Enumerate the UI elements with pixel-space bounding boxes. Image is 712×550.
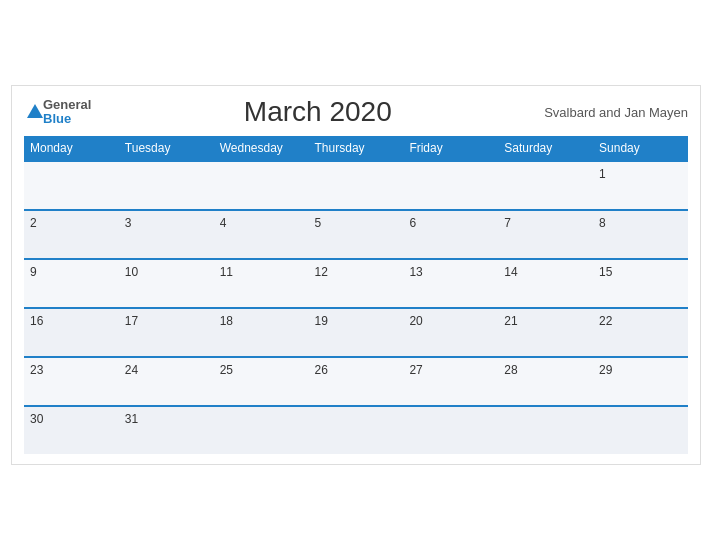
calendar-week-row: 9101112131415	[24, 259, 688, 308]
calendar-day-cell: 11	[214, 259, 309, 308]
calendar-day-cell: 5	[309, 210, 404, 259]
calendar-day-cell: 8	[593, 210, 688, 259]
calendar-header: General Blue March 2020 Svalbard and Jan…	[24, 96, 688, 128]
calendar-day-cell: 15	[593, 259, 688, 308]
logo-text: General Blue	[43, 98, 91, 127]
weekday-header-sunday: Sunday	[593, 136, 688, 161]
calendar-thead: MondayTuesdayWednesdayThursdayFridaySatu…	[24, 136, 688, 161]
calendar-day-cell	[593, 406, 688, 454]
calendar-day-cell: 16	[24, 308, 119, 357]
calendar-week-row: 1	[24, 161, 688, 210]
weekday-header-monday: Monday	[24, 136, 119, 161]
calendar-tbody: 1234567891011121314151617181920212223242…	[24, 161, 688, 454]
weekday-header-saturday: Saturday	[498, 136, 593, 161]
calendar-day-cell: 6	[403, 210, 498, 259]
calendar-week-row: 2345678	[24, 210, 688, 259]
calendar-day-cell: 14	[498, 259, 593, 308]
calendar-day-cell: 13	[403, 259, 498, 308]
calendar-grid: MondayTuesdayWednesdayThursdayFridaySatu…	[24, 136, 688, 454]
calendar-day-cell: 26	[309, 357, 404, 406]
calendar-day-cell: 1	[593, 161, 688, 210]
calendar-day-cell	[403, 161, 498, 210]
calendar-week-row: 3031	[24, 406, 688, 454]
calendar-day-cell: 19	[309, 308, 404, 357]
calendar-day-cell	[309, 406, 404, 454]
calendar-wrapper: General Blue March 2020 Svalbard and Jan…	[11, 85, 701, 465]
weekday-header-thursday: Thursday	[309, 136, 404, 161]
calendar-day-cell: 29	[593, 357, 688, 406]
logo-general: General	[43, 98, 91, 112]
calendar-day-cell	[403, 406, 498, 454]
calendar-day-cell: 30	[24, 406, 119, 454]
calendar-day-cell	[214, 406, 309, 454]
calendar-day-cell: 20	[403, 308, 498, 357]
calendar-day-cell: 18	[214, 308, 309, 357]
calendar-day-cell	[498, 406, 593, 454]
calendar-day-cell: 9	[24, 259, 119, 308]
logo-triangle-icon	[27, 104, 43, 118]
calendar-week-row: 23242526272829	[24, 357, 688, 406]
calendar-day-cell	[24, 161, 119, 210]
weekday-header-wednesday: Wednesday	[214, 136, 309, 161]
calendar-day-cell: 10	[119, 259, 214, 308]
calendar-day-cell: 24	[119, 357, 214, 406]
calendar-day-cell: 22	[593, 308, 688, 357]
calendar-day-cell: 23	[24, 357, 119, 406]
calendar-week-row: 16171819202122	[24, 308, 688, 357]
weekday-header-row: MondayTuesdayWednesdayThursdayFridaySatu…	[24, 136, 688, 161]
calendar-day-cell: 3	[119, 210, 214, 259]
calendar-day-cell: 4	[214, 210, 309, 259]
calendar-day-cell: 27	[403, 357, 498, 406]
calendar-day-cell: 25	[214, 357, 309, 406]
calendar-day-cell	[498, 161, 593, 210]
weekday-header-friday: Friday	[403, 136, 498, 161]
calendar-day-cell	[119, 161, 214, 210]
calendar-region: Svalbard and Jan Mayen	[544, 105, 688, 120]
calendar-day-cell: 21	[498, 308, 593, 357]
calendar-day-cell: 7	[498, 210, 593, 259]
calendar-title: March 2020	[91, 96, 544, 128]
calendar-day-cell: 31	[119, 406, 214, 454]
calendar-day-cell: 12	[309, 259, 404, 308]
calendar-day-cell: 28	[498, 357, 593, 406]
weekday-header-tuesday: Tuesday	[119, 136, 214, 161]
logo: General Blue	[24, 98, 91, 127]
calendar-day-cell	[214, 161, 309, 210]
logo-blue: Blue	[43, 112, 71, 126]
calendar-day-cell: 2	[24, 210, 119, 259]
calendar-day-cell	[309, 161, 404, 210]
calendar-day-cell: 17	[119, 308, 214, 357]
